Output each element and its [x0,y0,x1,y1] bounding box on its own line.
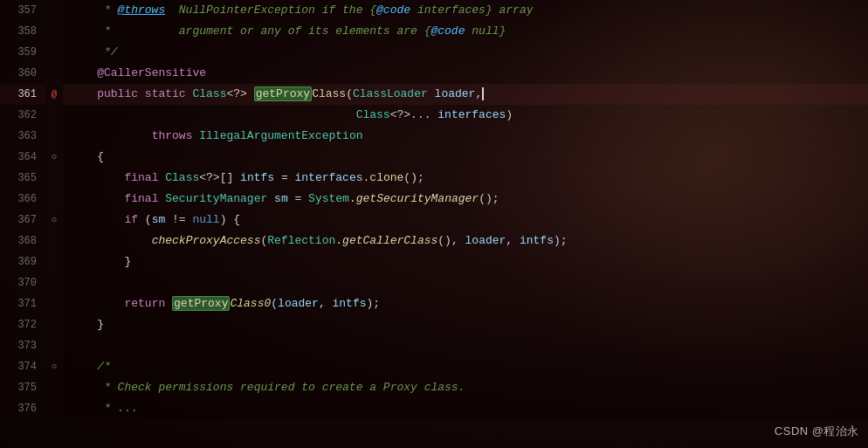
line-number: 374 [0,356,45,377]
code-area: 357 * @throws NullPointerException if th… [0,0,868,448]
line-content: * Check permissions required to create a… [63,377,868,398]
code-editor: 357 * @throws NullPointerException if th… [0,0,868,448]
gutter-breakpoint: @ [45,84,63,105]
table-row: 369 } [0,252,868,272]
line-number: 366 [0,189,45,210]
line-content: } [63,252,868,272]
gutter: ◇ [45,147,63,168]
table-row: 362 Class<?>... interfaces) [0,105,868,126]
line-number: 371 [0,293,45,314]
table-row: 359 */ [0,42,868,63]
table-row: 373 [0,335,868,356]
line-content: * @throws NullPointerException if the {@… [63,0,868,21]
line-content: @CallerSensitive [63,63,868,84]
line-content: final SecurityManager sm = System.getSec… [63,189,868,210]
line-number: 363 [0,126,45,147]
line-content: if (sm != null) { [63,210,868,231]
line-content: { [63,147,868,168]
line-number: 357 [0,0,45,21]
watermark-site: CSDN @程治永 [775,424,859,438]
line-number-active: 361 [0,84,45,105]
line-content: * ... [63,398,868,419]
line-number: 364 [0,147,45,168]
line-content: /* [63,356,868,377]
gutter: ◇ [45,210,63,231]
table-row: 367 ◇ if (sm != null) { [0,210,868,231]
line-content: throws IllegalArgumentException [63,126,868,147]
table-row: 366 final SecurityManager sm = System.ge… [0,189,868,210]
line-content: * argument or any of its elements are {@… [63,21,868,42]
table-row: 376 * ... [0,398,868,419]
line-number: 365 [0,168,45,189]
table-row: 360 @CallerSensitive [0,63,868,84]
line-content-active: public static Class<?> getProxyClass(Cla… [63,84,868,105]
line-number: 368 [0,231,45,252]
line-number: 367 [0,210,45,231]
line-number: 358 [0,21,45,42]
line-content: } [63,314,868,335]
line-number: 370 [0,272,45,293]
table-row: 370 [0,272,868,293]
line-content: */ [63,42,868,63]
table-row: 364 ◇ { [0,147,868,168]
table-row: 365 final Class<?>[] intfs = interfaces.… [0,168,868,189]
line-content: checkProxyAccess(Reflection.getCallerCla… [63,231,868,252]
table-row: 372 } [0,314,868,335]
table-row: 357 * @throws NullPointerException if th… [0,0,868,21]
line-number: 376 [0,398,45,419]
line-content: Class<?>... interfaces) [63,105,868,126]
line-content [63,335,868,356]
line-content: return getProxyClass0(loader, intfs); [63,293,868,314]
line-number: 372 [0,314,45,335]
line-number: 360 [0,63,45,84]
table-row: 368 checkProxyAccess(Reflection.getCalle… [0,231,868,252]
table-row: 361 @ public static Class<?> getProxyCla… [0,84,868,105]
line-number: 375 [0,377,45,398]
line-number: 362 [0,105,45,126]
table-row: 363 throws IllegalArgumentException [0,126,868,147]
line-number: 369 [0,252,45,272]
line-number: 373 [0,335,45,356]
table-row: 371 return getProxyClass0(loader, intfs)… [0,293,868,314]
table-row: 358 * argument or any of its elements ar… [0,21,868,42]
table-row: 374 ◇ /* [0,356,868,377]
line-content [63,272,868,293]
table-row: 375 * Check permissions required to crea… [0,377,868,398]
line-content: final Class<?>[] intfs = interfaces.clon… [63,168,868,189]
line-number: 359 [0,42,45,63]
watermark: CSDN @程治永 [775,424,859,439]
gutter: ◇ [45,356,63,377]
